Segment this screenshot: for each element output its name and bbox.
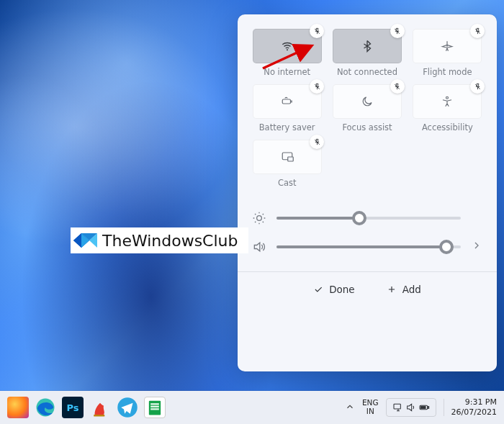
wifi-icon bbox=[281, 40, 294, 53]
svg-rect-12 bbox=[149, 401, 161, 415]
bluetooth-icon bbox=[361, 40, 374, 53]
unpin-button[interactable] bbox=[310, 24, 324, 38]
tile-label: Battery saver bbox=[259, 122, 315, 132]
unpin-button[interactable] bbox=[310, 79, 324, 94]
separator bbox=[444, 399, 444, 416]
unpin-button[interactable] bbox=[390, 24, 405, 38]
lang-line2: IN bbox=[362, 407, 379, 416]
airplane-icon bbox=[441, 40, 454, 53]
unpin-button[interactable] bbox=[310, 135, 324, 149]
volume-slider-row bbox=[252, 233, 482, 261]
done-label: Done bbox=[329, 284, 355, 295]
moon-icon bbox=[361, 95, 374, 108]
battery-tray-icon bbox=[418, 402, 430, 413]
svg-rect-16 bbox=[394, 404, 400, 409]
taskbar-app-edge[interactable] bbox=[35, 397, 56, 418]
system-tray-quick-settings[interactable] bbox=[386, 398, 436, 417]
clock-time: 9:31 PM bbox=[451, 397, 497, 407]
volume-expand-button[interactable] bbox=[471, 240, 482, 254]
tile-label: Focus assist bbox=[342, 122, 392, 132]
taskbar-app-photoshop[interactable]: Ps bbox=[62, 397, 84, 418]
svg-rect-14 bbox=[150, 406, 159, 407]
svg-point-0 bbox=[257, 216, 262, 221]
quick-settings-panel: No internetNot connectedFlight modeBatte… bbox=[238, 14, 497, 371]
tile-label: Not connected bbox=[337, 67, 397, 77]
volume-tray-icon bbox=[405, 402, 417, 413]
unpin-button[interactable] bbox=[470, 79, 485, 94]
taskbar-app-libreoffice[interactable] bbox=[144, 397, 166, 418]
clock[interactable]: 9:31 PM 26/07/2021 bbox=[451, 397, 497, 418]
done-button[interactable]: Done bbox=[307, 281, 361, 298]
taskbar-app-telegram[interactable] bbox=[117, 397, 138, 418]
volume-icon bbox=[252, 240, 266, 254]
tile-label: Flight mode bbox=[423, 67, 472, 77]
svg-rect-10 bbox=[94, 415, 104, 417]
svg-rect-15 bbox=[150, 408, 159, 410]
unpin-button[interactable] bbox=[470, 24, 485, 38]
thewindowsclub-logo-icon bbox=[73, 230, 98, 251]
watermark-text: TheWindowsClub bbox=[102, 232, 238, 250]
svg-rect-18 bbox=[428, 407, 428, 409]
watermark: TheWindowsClub bbox=[71, 227, 248, 253]
battery-saver-icon bbox=[281, 95, 294, 108]
add-label: Add bbox=[402, 284, 421, 295]
tile-label: Accessibility bbox=[422, 122, 473, 132]
volume-thumb[interactable] bbox=[439, 240, 454, 254]
taskbar: Ps ENG IN 9:31 PM 26/07/2021 bbox=[0, 391, 504, 424]
taskbar-app-firefox[interactable] bbox=[7, 397, 29, 418]
brightness-slider[interactable] bbox=[276, 217, 461, 220]
cast-icon bbox=[281, 150, 294, 163]
brightness-icon bbox=[252, 211, 266, 225]
add-button[interactable]: Add bbox=[381, 281, 427, 298]
tile-label: No internet bbox=[264, 67, 310, 77]
network-icon bbox=[392, 402, 404, 413]
brightness-thumb[interactable] bbox=[352, 211, 366, 225]
volume-slider[interactable] bbox=[276, 245, 461, 248]
tile-label: Cast bbox=[278, 178, 297, 188]
svg-rect-13 bbox=[150, 403, 159, 405]
accessibility-icon bbox=[441, 95, 454, 108]
tray-show-hidden-button[interactable] bbox=[345, 401, 355, 415]
language-indicator[interactable]: ENG IN bbox=[362, 399, 379, 415]
brightness-slider-row bbox=[252, 204, 482, 233]
unpin-button[interactable] bbox=[390, 79, 405, 94]
clock-date: 26/07/2021 bbox=[451, 407, 497, 418]
svg-rect-19 bbox=[420, 407, 426, 409]
taskbar-app-ccleaner[interactable] bbox=[89, 397, 111, 418]
